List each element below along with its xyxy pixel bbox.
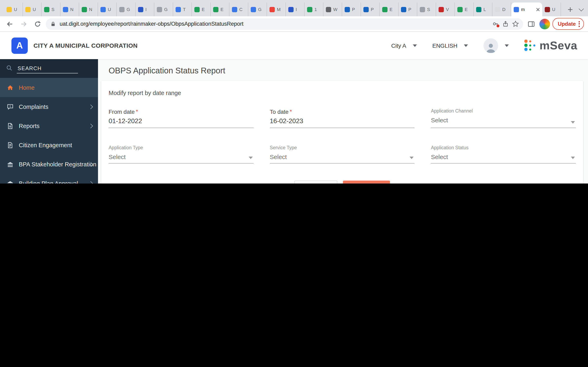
to-date-field[interactable]: To date* 16-02-2023 — [270, 108, 415, 128]
chevron-down-icon — [571, 157, 575, 159]
field-value: 16-02-2023 — [270, 117, 415, 125]
chevron-right-icon — [88, 181, 93, 184]
user-menu[interactable] — [484, 38, 509, 53]
content-row: Home Complaints Reports Ci — [0, 59, 588, 184]
sidebar-item-complaints[interactable]: Complaints — [0, 97, 98, 116]
chevron-down-icon — [249, 157, 252, 159]
app-header: A CITY A MUNICIPAL CORPORATION City A EN… — [0, 32, 588, 59]
application-type-select[interactable]: Application Type Select — [109, 145, 253, 164]
filter-buttons: RESET SEARCH — [108, 181, 577, 184]
reset-button[interactable]: RESET — [294, 181, 337, 184]
sidebar-item-label: BPA Stakeholder Registration — [19, 161, 96, 167]
sidebar-item-label: Reports — [19, 123, 40, 129]
forward-button[interactable] — [18, 18, 29, 30]
chevron-down-icon — [579, 6, 584, 11]
field-value: Select — [270, 153, 415, 160]
sidebar-item-label: Home — [19, 84, 35, 91]
update-label: Update — [558, 21, 576, 27]
main-content: OBPS Application Status Report Modify re… — [98, 59, 588, 184]
sidebar-item-reports[interactable]: Reports — [0, 116, 98, 135]
sidebar-item-label: Complaints — [19, 103, 48, 110]
browser-toolbar: uat.digit.org/employee/report/rainmaker-… — [0, 16, 588, 32]
application-status-select[interactable]: Application Status Select — [431, 145, 576, 164]
chevron-right-icon — [88, 104, 93, 109]
new-tab-button[interactable] — [565, 4, 575, 15]
city-logo: A — [11, 37, 28, 54]
reload-button[interactable] — [32, 18, 43, 30]
required-asterisk: * — [136, 108, 138, 115]
bank-building-icon — [7, 180, 14, 184]
field-label: From date* — [109, 108, 253, 115]
complaint-bubble-icon — [7, 103, 14, 110]
chevron-down-icon — [410, 157, 414, 159]
document-icon — [7, 141, 14, 149]
chevron-down-icon — [464, 44, 468, 47]
profile-avatar[interactable] — [539, 18, 550, 29]
site-info-lock-icon[interactable] — [50, 21, 56, 27]
user-avatar[interactable] — [484, 38, 498, 53]
filter-card: Modify report by date range From date* 0… — [101, 81, 583, 184]
share-icon[interactable] — [502, 21, 509, 27]
active-tab[interactable]: m — [511, 2, 542, 16]
field-label: Application Status — [431, 145, 576, 150]
mseva-logo: mSeva — [524, 39, 577, 52]
header-right: City A ENGLISH mSeva — [391, 38, 577, 53]
search-button[interactable]: SEARCH — [343, 181, 390, 184]
tabs-container: UUSNNUGIGTEECGMI1WPPEPSVELD m U — [4, 2, 562, 16]
field-label: Application Channel — [431, 108, 576, 113]
browser-window: UUSNNUGIGTEECGMI1WPPEPSVELD m U — [0, 0, 588, 184]
bookmark-star-icon[interactable] — [512, 20, 519, 27]
required-asterisk: * — [290, 108, 292, 115]
search-icon — [6, 64, 13, 73]
mseva-logo-dots — [524, 40, 536, 51]
chevron-right-icon — [88, 124, 93, 128]
home-icon — [7, 84, 14, 91]
field-value: Select — [431, 153, 576, 160]
field-value: 01-12-2022 — [109, 117, 253, 125]
chevron-down-icon — [413, 44, 417, 47]
city-select-value: City A — [391, 42, 406, 49]
active-tab-title: m — [521, 7, 534, 12]
application-channel-select[interactable]: Application Channel Select — [431, 108, 576, 128]
sidebar-search-input[interactable] — [17, 64, 78, 73]
browser-tab-strip: UUSNNUGIGTEECGMI1WPPEPSVELD m U — [0, 0, 588, 16]
language-select[interactable]: ENGLISH — [432, 42, 468, 49]
field-value: Select — [109, 153, 253, 160]
url-text: uat.digit.org/employee/report/rainmaker-… — [60, 21, 489, 27]
field-label: Service Type — [270, 145, 415, 150]
tab-favicon — [514, 7, 519, 12]
service-type-select[interactable]: Service Type Select — [270, 145, 415, 164]
alert-dot — [496, 24, 500, 28]
tab-close-icon[interactable] — [536, 8, 540, 11]
browser-menu-kebab-icon[interactable] — [579, 21, 580, 27]
mseva-logo-text: mSeva — [539, 39, 577, 52]
sidebar-item-citizen-engagement[interactable]: Citizen Engagement — [0, 135, 98, 155]
from-date-field[interactable]: From date* 01-12-2022 — [109, 108, 253, 128]
sidebar-search[interactable] — [0, 59, 98, 78]
address-bar[interactable]: uat.digit.org/employee/report/rainmaker-… — [46, 18, 523, 30]
update-button[interactable]: Update — [553, 18, 584, 30]
back-button[interactable] — [4, 18, 16, 30]
page-title: OBPS Application Status Report — [109, 66, 583, 75]
password-alert-icon[interactable] — [492, 20, 499, 27]
language-select-value: ENGLISH — [432, 42, 457, 49]
field-label: Application Type — [109, 145, 253, 150]
tab-search-button[interactable] — [577, 5, 583, 12]
org-name: CITY A MUNICIPAL CORPORATION — [34, 42, 138, 49]
sidebar-item-label: Citizen Engagement — [19, 142, 72, 148]
chevron-down-icon — [571, 121, 575, 124]
sidebar-item-label: Building Plan Approval — [19, 180, 78, 184]
sidebar-item-home[interactable]: Home — [0, 78, 98, 97]
sidebar-item-building-plan-approval[interactable]: Building Plan Approval — [0, 174, 98, 184]
filter-grid: From date* 01-12-2022 To date* 16-02-202… — [109, 108, 576, 164]
field-value: Select — [431, 117, 576, 124]
bank-building-icon — [7, 160, 14, 168]
chevron-down-icon — [505, 44, 509, 47]
report-document-icon — [7, 122, 14, 129]
side-panel-icon[interactable] — [526, 18, 537, 30]
field-label: To date* — [270, 108, 415, 115]
sidebar-item-bpa-stakeholder-registration[interactable]: BPA Stakeholder Registration — [0, 155, 98, 174]
filter-subtitle: Modify report by date range — [109, 90, 577, 96]
sidebar: Home Complaints Reports Ci — [0, 59, 98, 184]
city-select[interactable]: City A — [391, 42, 417, 49]
